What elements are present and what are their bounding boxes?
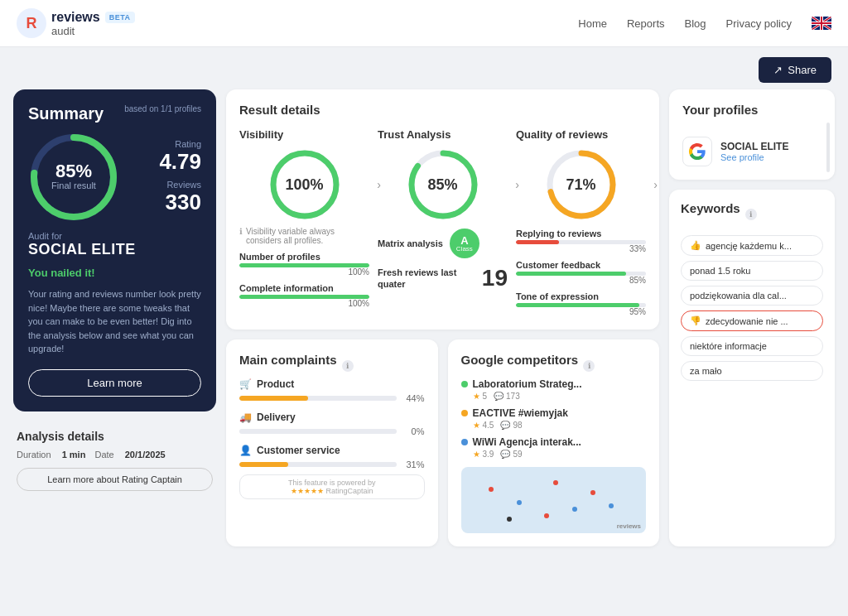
date-label: Date: [94, 450, 113, 460]
comp-dot-3: [461, 439, 468, 445]
fresh-label: Fresh reviews last quater: [378, 267, 475, 291]
complaints-grid: 🛒 Product 44% 🚚 Delivery: [239, 378, 425, 469]
profile-item: SOCIAL ELITE See profile: [682, 137, 822, 166]
rating-label: Rating: [159, 139, 201, 149]
rating-reviews: Rating 4.79 Reviews 330: [159, 139, 201, 215]
scrollbar[interactable]: [826, 123, 830, 172]
competitors-card: Google competitors ℹ Laboratorium Strate…: [448, 339, 660, 546]
profiles-title: Your profiles: [682, 103, 758, 117]
competitor-1: Laboratorium Strateg... ★5 💬173: [461, 378, 647, 401]
powered-by: This feature is powered by ★★★★★ RatingC…: [239, 474, 425, 499]
share-label: Share: [788, 64, 817, 76]
quality-metrics: Replying to reviews 33% Customer feedbac…: [516, 229, 646, 316]
thumb-down-icon: 👎: [690, 315, 701, 326]
summary-card: Summary based on 1/1 profiles 85% Final …: [13, 89, 216, 411]
product-icon: 🛒: [239, 378, 252, 390]
metric-tone: Tone of expression 95%: [516, 291, 646, 316]
keywords-list: 👍 agencję każdemu k... ponad 1.5 roku po…: [681, 235, 823, 381]
see-profile-link[interactable]: See profile: [720, 152, 788, 162]
delivery-icon: 🚚: [239, 411, 252, 423]
rating-value: 4.79: [159, 149, 201, 175]
main-layout: Summary based on 1/1 profiles 85% Final …: [0, 89, 848, 560]
duration-label: Duration: [17, 450, 51, 460]
quality-chevron[interactable]: ›: [653, 178, 658, 191]
left-column: Summary based on 1/1 profiles 85% Final …: [13, 89, 216, 546]
trust-title: Trust Analysis: [378, 128, 508, 141]
summary-title: Summary: [28, 104, 104, 123]
complaints-card: Main complaints ℹ 🛒 Product 44%: [226, 339, 438, 546]
complaint-customer-service: 👤 Customer service 31%: [239, 445, 425, 469]
comp-dot-1: [461, 381, 468, 387]
learn-captain-button[interactable]: Learn more about Rating Captain: [17, 468, 213, 491]
google-logo: [682, 137, 712, 166]
logo-main-text: reviews: [51, 10, 100, 25]
result-details-card: Result details Visibility 100% ›: [226, 89, 659, 330]
nav-blog[interactable]: Blog: [685, 17, 706, 30]
profiles-card: Your profiles SOCIAL ELITE See profile: [669, 89, 835, 180]
audit-for: Audit for: [28, 231, 201, 241]
date-value: 20/1/2025: [125, 450, 166, 460]
complaints-title: Main complaints: [239, 353, 337, 367]
profile-name: SOCIAL ELITE: [720, 141, 788, 152]
quality-title: Quality of reviews: [516, 128, 646, 141]
middle-column: Result details Visibility 100% ›: [226, 89, 659, 546]
trust-percent: 85%: [427, 176, 457, 194]
summary-percent: 85%: [51, 162, 96, 180]
nav-home[interactable]: Home: [578, 17, 607, 30]
keyword-5: niektóre informacje: [681, 336, 823, 356]
trust-section: Trust Analysis 85% › Matrix analysis: [378, 128, 508, 316]
keyword-3: podziękowania dla cal...: [681, 286, 823, 306]
beta-badge: BETA: [105, 12, 135, 23]
based-on: based on 1/1 profiles: [124, 104, 201, 113]
nav-reports[interactable]: Reports: [627, 17, 665, 30]
competitor-list: Laboratorium Strateg... ★5 💬173 EACTIVE …: [461, 378, 647, 459]
metric-complete-info: Complete information 100%: [239, 283, 369, 308]
reviews-label: Reviews: [159, 180, 201, 190]
logo-sub-text: audit: [51, 25, 75, 37]
language-flag[interactable]: [812, 17, 831, 30]
duration-value: 1 min: [62, 450, 86, 460]
complaints-info-icon[interactable]: ℹ: [342, 360, 354, 372]
metric-profiles: Number of profiles 100%: [239, 252, 369, 277]
metric-replying: Replying to reviews 33%: [516, 229, 646, 253]
nav-links: Home Reports Blog Privacy policy: [578, 17, 831, 30]
visibility-metrics: Number of profiles 100% Complete informa…: [239, 252, 369, 308]
complaints-title-row: Main complaints ℹ: [239, 353, 425, 378]
final-result-label: Final result: [51, 180, 96, 191]
nav-privacy[interactable]: Privacy policy: [726, 17, 792, 30]
visibility-percent: 100%: [285, 176, 323, 194]
logo-icon: R: [17, 8, 46, 38]
keyword-1: 👍 agencję każdemu k...: [681, 235, 823, 256]
competitors-map: reviews: [461, 467, 647, 533]
analysis-details: Analysis details Duration 1 min Date 20/…: [13, 421, 216, 491]
navbar: R reviews BETA audit Home Reports Blog P…: [0, 0, 848, 47]
quality-percent: 71%: [566, 176, 595, 194]
learn-more-button[interactable]: Learn more: [28, 369, 201, 397]
quality-circle: 71%: [544, 147, 619, 222]
keywords-title: Keywords: [681, 201, 740, 215]
thumb-up-icon-1: 👍: [690, 240, 701, 251]
keywords-card: Keywords ℹ 👍 agencję każdemu k... ponad …: [669, 190, 835, 546]
comp-dot-2: [461, 410, 468, 416]
metric-customer-feedback: Customer feedback 85%: [516, 260, 646, 285]
share-button[interactable]: ↗ Share: [759, 57, 831, 83]
keyword-4: 👎 zdecydowanie nie ...: [681, 310, 823, 331]
result-details-title: Result details: [239, 103, 646, 117]
competitors-title: Google competitors: [461, 353, 579, 367]
competitors-info-icon[interactable]: ℹ: [583, 360, 595, 372]
summary-circle-area: 85% Final result Rating 4.79 Reviews 330: [28, 132, 201, 223]
a-class-badge: A Class: [450, 229, 479, 258]
visibility-section: Visibility 100% › ℹ Visibil: [239, 128, 369, 316]
competitor-2: EACTIVE #wiemyjak ★4.5 💬98: [461, 407, 647, 430]
reviews-value: 330: [159, 190, 201, 215]
complaint-delivery: 🚚 Delivery 0%: [239, 411, 425, 436]
quality-section: Quality of reviews 71% ›: [516, 128, 646, 316]
fresh-reviews-row: Fresh reviews last quater 19: [378, 265, 508, 291]
visibility-circle: 100%: [267, 147, 342, 222]
matrix-row: Matrix analysis A Class: [378, 229, 508, 258]
nailed-it: You nailed it!: [28, 267, 201, 279]
right-column: Your profiles SOCIAL ELITE See profile: [669, 89, 835, 546]
customer-service-icon: 👤: [239, 445, 252, 456]
keywords-info-icon[interactable]: ℹ: [745, 209, 757, 220]
analysis-title: Analysis details: [17, 430, 213, 443]
